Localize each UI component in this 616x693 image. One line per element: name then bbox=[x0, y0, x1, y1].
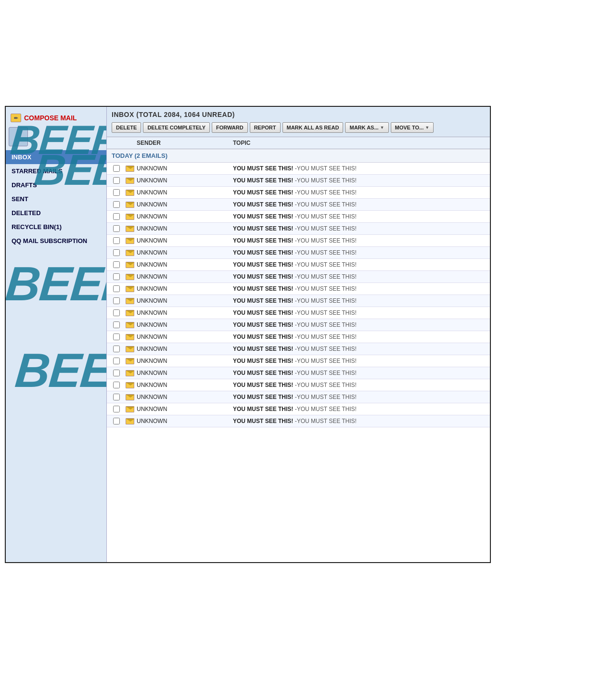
email-checkbox[interactable] bbox=[113, 285, 120, 292]
email-icon-cell bbox=[123, 178, 137, 184]
email-checkbox[interactable] bbox=[113, 273, 120, 280]
email-checkbox[interactable] bbox=[113, 177, 120, 184]
email-checkbox-cell bbox=[110, 273, 123, 280]
email-row[interactable]: UNKNOWNYOU MUST SEE THIS! -YOU MUST SEE … bbox=[107, 391, 490, 403]
email-row[interactable]: UNKNOWNYOU MUST SEE THIS! -YOU MUST SEE … bbox=[107, 331, 490, 343]
email-row[interactable]: UNKNOWNYOU MUST SEE THIS! -YOU MUST SEE … bbox=[107, 367, 490, 379]
header-check bbox=[110, 140, 123, 146]
email-topic: YOU MUST SEE THIS! -YOU MUST SEE THIS! bbox=[233, 177, 487, 184]
email-row[interactable]: UNKNOWNYOU MUST SEE THIS! -YOU MUST SEE … bbox=[107, 271, 490, 283]
email-checkbox[interactable] bbox=[113, 406, 120, 412]
email-topic-bold: YOU MUST SEE THIS! bbox=[233, 177, 293, 184]
toolbar-btn-mark-all-read[interactable]: MARK ALL AS READ bbox=[282, 122, 344, 133]
email-checkbox[interactable] bbox=[113, 297, 120, 304]
toolbar-btn-mark-as[interactable]: MARK AS... ▼ bbox=[345, 122, 388, 133]
email-row[interactable]: UNKNOWNYOU MUST SEE THIS! -YOU MUST SEE … bbox=[107, 235, 490, 247]
email-row[interactable]: UNKNOWNYOU MUST SEE THIS! -YOU MUST SEE … bbox=[107, 223, 490, 235]
sidebar-item-sent[interactable]: SENT bbox=[6, 192, 106, 206]
toolbar-btn-delete[interactable]: DELETE bbox=[112, 122, 141, 133]
email-row[interactable]: UNKNOWNYOU MUST SEE THIS! -YOU MUST SEE … bbox=[107, 295, 490, 307]
email-topic: YOU MUST SEE THIS! -YOU MUST SEE THIS! bbox=[233, 237, 487, 244]
email-sender: UNKNOWN bbox=[137, 321, 233, 328]
email-topic: YOU MUST SEE THIS! -YOU MUST SEE THIS! bbox=[233, 382, 487, 388]
email-row[interactable]: UNKNOWNYOU MUST SEE THIS! -YOU MUST SEE … bbox=[107, 175, 490, 187]
email-icon-cell bbox=[123, 418, 137, 424]
email-checkbox[interactable] bbox=[113, 225, 120, 232]
mail-icon bbox=[126, 262, 134, 268]
email-checkbox[interactable] bbox=[113, 321, 120, 328]
email-topic-bold: YOU MUST SEE THIS! bbox=[233, 382, 293, 388]
email-row[interactable]: UNKNOWNYOU MUST SEE THIS! -YOU MUST SEE … bbox=[107, 355, 490, 367]
email-sender: UNKNOWN bbox=[137, 382, 233, 388]
email-topic-rest: -YOU MUST SEE THIS! bbox=[293, 382, 357, 388]
email-checkbox-cell bbox=[110, 177, 123, 184]
email-topic-rest: -YOU MUST SEE THIS! bbox=[293, 189, 357, 196]
email-checkbox[interactable] bbox=[113, 394, 120, 400]
compose-button[interactable]: ✏ COMPOSE MAIL bbox=[6, 111, 106, 125]
email-row[interactable]: UNKNOWNYOU MUST SEE THIS! -YOU MUST SEE … bbox=[107, 247, 490, 259]
email-checkbox-cell bbox=[110, 406, 123, 412]
email-checkbox-cell bbox=[110, 394, 123, 400]
email-sender: UNKNOWN bbox=[137, 177, 233, 184]
email-topic-bold: YOU MUST SEE THIS! bbox=[233, 321, 293, 328]
sidebar-item-qq[interactable]: QQ MAIL SUBSCRIPTION bbox=[6, 234, 106, 248]
mail-icon bbox=[126, 202, 134, 208]
email-row[interactable]: UNKNOWNYOU MUST SEE THIS! -YOU MUST SEE … bbox=[107, 283, 490, 295]
email-checkbox[interactable] bbox=[113, 358, 120, 364]
email-row[interactable]: UNKNOWNYOU MUST SEE THIS! -YOU MUST SEE … bbox=[107, 163, 490, 175]
email-checkbox[interactable] bbox=[113, 261, 120, 268]
email-checkbox[interactable] bbox=[113, 418, 120, 424]
toolbar-btn-delete-completely[interactable]: DELETE COMPLETELY bbox=[143, 122, 210, 133]
email-checkbox[interactable] bbox=[113, 165, 120, 172]
email-row[interactable]: UNKNOWNYOU MUST SEE THIS! -YOU MUST SEE … bbox=[107, 259, 490, 271]
sidebar-item-inbox[interactable]: INBOX bbox=[6, 150, 106, 164]
toolbar-btn-move-to[interactable]: MOVE TO... ▼ bbox=[391, 122, 434, 133]
email-topic-bold: YOU MUST SEE THIS! bbox=[233, 394, 293, 400]
email-row[interactable]: UNKNOWNYOU MUST SEE THIS! -YOU MUST SEE … bbox=[107, 379, 490, 391]
email-row[interactable]: UNKNOWNYOU MUST SEE THIS! -YOU MUST SEE … bbox=[107, 307, 490, 319]
email-row[interactable]: UNKNOWNYOU MUST SEE THIS! -YOU MUST SEE … bbox=[107, 319, 490, 331]
email-topic-rest: -YOU MUST SEE THIS! bbox=[293, 273, 357, 280]
email-checkbox[interactable] bbox=[113, 237, 120, 244]
email-topic: YOU MUST SEE THIS! -YOU MUST SEE THIS! bbox=[233, 225, 487, 232]
email-checkbox[interactable] bbox=[113, 201, 120, 208]
email-checkbox[interactable] bbox=[113, 189, 120, 196]
email-topic: YOU MUST SEE THIS! -YOU MUST SEE THIS! bbox=[233, 213, 487, 220]
email-topic-bold: YOU MUST SEE THIS! bbox=[233, 297, 293, 304]
inbox-title: INBOX (TOTAL 2084, 1064 UNREAD) bbox=[112, 111, 485, 118]
toolbar-btn-report[interactable]: REPORT bbox=[250, 122, 281, 133]
email-sender: UNKNOWN bbox=[137, 273, 233, 280]
email-row[interactable]: UNKNOWNYOU MUST SEE THIS! -YOU MUST SEE … bbox=[107, 403, 490, 415]
email-row[interactable]: UNKNOWNYOU MUST SEE THIS! -YOU MUST SEE … bbox=[107, 199, 490, 211]
email-topic: YOU MUST SEE THIS! -YOU MUST SEE THIS! bbox=[233, 165, 487, 172]
email-checkbox[interactable] bbox=[113, 382, 120, 388]
email-sections: TODAY (2 EMAILS)UNKNOWNYOU MUST SEE THIS… bbox=[107, 149, 490, 427]
email-icon-cell bbox=[123, 166, 137, 172]
email-row[interactable]: UNKNOWNYOU MUST SEE THIS! -YOU MUST SEE … bbox=[107, 415, 490, 427]
email-checkbox[interactable] bbox=[113, 370, 120, 376]
email-checkbox[interactable] bbox=[113, 249, 120, 256]
email-topic-bold: YOU MUST SEE THIS! bbox=[233, 346, 293, 352]
compose-label: COMPOSE MAIL bbox=[24, 114, 77, 122]
email-row[interactable]: UNKNOWNYOU MUST SEE THIS! -YOU MUST SEE … bbox=[107, 343, 490, 355]
sidebar-item-deleted[interactable]: DELETED bbox=[6, 206, 106, 220]
email-sender: UNKNOWN bbox=[137, 309, 233, 316]
email-checkbox[interactable] bbox=[113, 346, 120, 352]
sidebar-item-recycle[interactable]: RECYCLE BIN(1) bbox=[6, 220, 106, 234]
email-checkbox[interactable] bbox=[113, 309, 120, 316]
email-row[interactable]: UNKNOWNYOU MUST SEE THIS! -YOU MUST SEE … bbox=[107, 211, 490, 223]
email-topic-rest: -YOU MUST SEE THIS! bbox=[293, 237, 357, 244]
email-checkbox-cell bbox=[110, 261, 123, 268]
main-content: INBOX (TOTAL 2084, 1064 UNREAD) DELETEDE… bbox=[107, 107, 490, 562]
email-sender: UNKNOWN bbox=[137, 201, 233, 208]
email-icon-cell bbox=[123, 346, 137, 352]
email-checkbox[interactable] bbox=[113, 334, 120, 340]
sidebar-item-drafts[interactable]: DRAFTS bbox=[6, 178, 106, 192]
email-row[interactable]: UNKNOWNYOU MUST SEE THIS! -YOU MUST SEE … bbox=[107, 187, 490, 199]
email-topic: YOU MUST SEE THIS! -YOU MUST SEE THIS! bbox=[233, 285, 487, 292]
email-checkbox[interactable] bbox=[113, 213, 120, 220]
mail-icon bbox=[126, 166, 134, 172]
email-topic: YOU MUST SEE THIS! -YOU MUST SEE THIS! bbox=[233, 321, 487, 328]
sidebar-item-starred[interactable]: STARRED MAILS bbox=[6, 164, 106, 178]
toolbar-btn-forward[interactable]: FORWARD bbox=[212, 122, 248, 133]
